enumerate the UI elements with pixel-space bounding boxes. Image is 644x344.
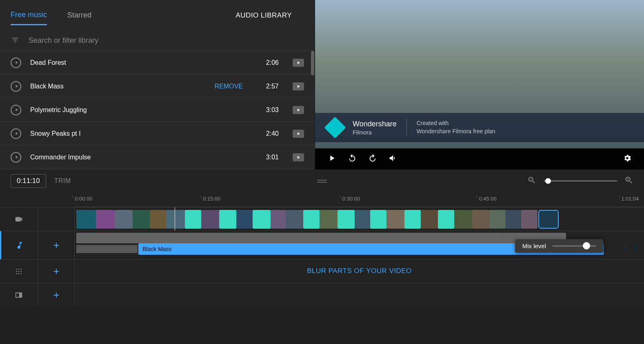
remove-button[interactable]: REMOVE [215,83,243,90]
video-clip[interactable] [253,210,271,229]
video-clip[interactable] [421,210,438,229]
svg-point-4 [18,271,20,272]
endscreen-track-icon[interactable] [0,283,38,307]
watermark-subtitle: Filmora [353,129,397,136]
blur-track-icon[interactable] [0,260,38,283]
track-row[interactable]: Commander Impulse 3:01 [0,146,315,169]
audio-track-content[interactable]: Black Mass Mix level [75,231,644,259]
mix-slider-thumb[interactable] [583,242,590,249]
scrollbar[interactable] [311,51,314,75]
clip-adjust-icon[interactable] [623,244,630,253]
track-duration: 3:01 [258,154,279,161]
video-clip[interactable] [133,210,150,229]
mix-level-slider[interactable] [553,245,596,247]
ruler-mark: 0:45:00 [479,196,496,202]
video-clip[interactable] [236,210,253,229]
video-clip[interactable] [76,210,96,229]
video-clip[interactable] [338,210,355,229]
track-name: Polymetric Juggling [30,106,249,114]
video-clip[interactable] [454,210,472,229]
video-clip-end[interactable] [538,210,559,229]
add-audio-button[interactable] [38,231,75,259]
tab-starred[interactable]: Starred [67,6,91,24]
play-icon[interactable] [11,81,21,92]
add-endscreen-button[interactable] [38,283,75,307]
play-icon[interactable] [11,128,21,139]
video-clip[interactable] [303,210,320,229]
add-blur-button[interactable] [38,260,75,283]
preview-panel: Wondershare Filmora Created with Wonders… [315,0,644,170]
video-clip[interactable] [386,210,404,229]
video-track-icon[interactable] [0,207,38,231]
panel-resize-handle[interactable] [317,180,327,183]
tab-free-music[interactable]: Free music [11,6,47,25]
trim-bar: 0:11:10 TRIM [0,170,644,192]
video-clip[interactable] [271,210,286,229]
forward-10-icon[interactable] [368,154,377,164]
youtube-icon[interactable] [293,106,304,114]
track-name: Snowy Peaks pt I [30,130,249,137]
blur-cta-label[interactable]: BLUR PARTS OF YOUR VIDEO [307,267,412,275]
video-clip[interactable] [489,210,506,229]
endscreen-track-content[interactable] [75,283,644,307]
zoom-out-icon[interactable] [527,176,536,186]
playhead[interactable] [175,207,175,231]
youtube-icon[interactable] [293,153,304,161]
video-clips-strip[interactable] [75,210,644,229]
library-title: AUDIO LIBRARY [235,11,292,20]
settings-icon[interactable] [623,154,632,164]
video-clip[interactable] [370,210,386,229]
watermark-title: Wondershare [353,120,397,128]
track-row[interactable]: Snowy Peaks pt I 2:40 [0,122,315,146]
video-clip[interactable] [219,210,236,229]
track-name: Dead Forest [30,59,249,66]
play-icon[interactable] [11,152,21,163]
preview-controls [315,148,644,170]
search-input[interactable] [29,36,304,45]
video-clip[interactable] [438,210,454,229]
play-icon[interactable] [327,154,336,164]
video-clip[interactable] [150,210,166,229]
play-icon[interactable] [11,105,21,115]
zoom-slider-thumb[interactable] [545,178,551,184]
video-clip[interactable] [286,210,303,229]
zoom-slider[interactable] [544,181,617,181]
ruler-mark: 1:01:04 [621,196,639,202]
volume-icon[interactable] [389,154,398,164]
track-row[interactable]: Polymetric Juggling 3:03 [0,98,315,122]
video-clip[interactable] [521,210,537,229]
track-row[interactable]: Black Mass REMOVE 2:57 [0,75,315,98]
rewind-10-icon[interactable] [348,154,357,164]
track-duration: 2:57 [258,83,279,90]
ruler-mark: 0:15:00 [203,196,220,202]
filter-icon[interactable] [11,36,20,45]
trim-button[interactable]: TRIM [54,177,71,185]
current-time-box[interactable]: 0:11:10 [11,174,46,188]
video-clip[interactable] [506,210,521,229]
timeline-ruler[interactable]: 0:00:000:15:000:30:000:45:001:01:04 [75,192,644,207]
video-clip[interactable] [201,210,219,229]
track-row[interactable]: Dead Forest 2:06 [0,51,315,75]
endscreen-track [0,283,644,307]
audio-track-icon[interactable] [0,231,38,259]
video-clip[interactable] [166,210,185,229]
video-preview[interactable]: Wondershare Filmora Created with Wonders… [315,0,644,148]
video-clip[interactable] [320,210,338,229]
video-clip[interactable] [472,210,489,229]
video-track-content[interactable] [75,207,644,231]
video-clip[interactable] [96,210,115,229]
video-clip[interactable] [355,210,370,229]
audio-waveform-original[interactable] [76,233,566,243]
youtube-icon[interactable] [293,130,304,138]
video-clip[interactable] [115,210,133,229]
track-duration: 2:40 [258,130,279,137]
youtube-icon[interactable] [293,59,304,67]
blur-track-content[interactable]: BLUR PARTS OF YOUR VIDEO [75,260,644,283]
zoom-in-icon[interactable] [624,176,633,186]
clip-more-icon[interactable] [633,244,641,253]
mix-level-popup: Mix level [515,239,603,253]
video-clip[interactable] [404,210,421,229]
play-icon[interactable] [11,57,21,68]
youtube-icon[interactable] [293,82,304,90]
video-clip[interactable] [185,210,201,229]
